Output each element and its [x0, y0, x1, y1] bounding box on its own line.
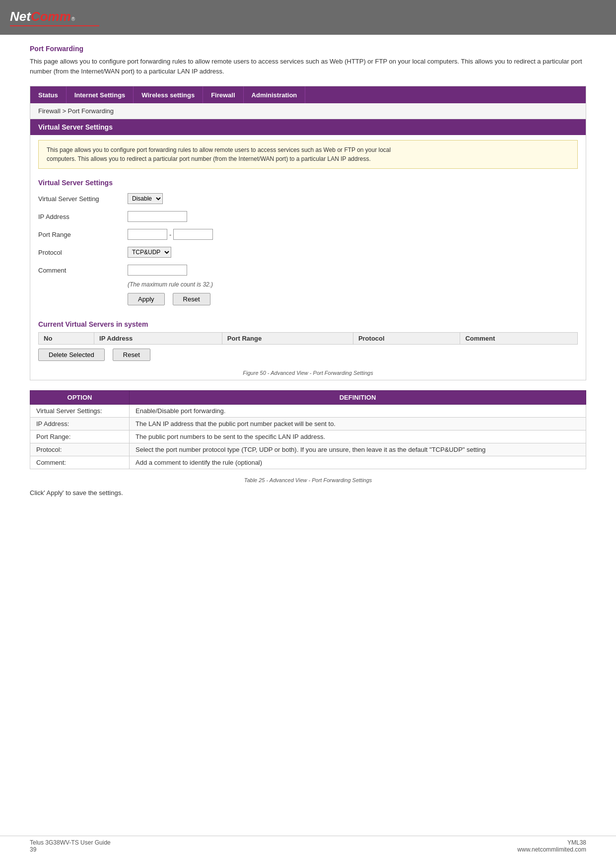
router-nav: Status Internet Settings Wireless settin…	[30, 86, 586, 103]
col-no: No	[39, 333, 94, 345]
footer-website: www.netcommlimited.com	[517, 846, 586, 853]
servers-table-header: No IP Address Port Range Protocol Commen…	[39, 333, 578, 345]
footer-guide: Telus 3G38WV-TS User Guide	[30, 839, 111, 846]
logo-net: Net	[10, 9, 31, 24]
breadcrumb-text: Firewall > Port Forwarding	[38, 107, 114, 115]
options-table-row: Protocol:Select the port number protocol…	[30, 443, 586, 456]
figure-caption: Figure 50 - Advanced View - Port Forward…	[30, 370, 586, 376]
info-box: This page allows you to configure port f…	[38, 140, 578, 169]
page-title: Port Forwarding	[30, 45, 586, 53]
footer: Telus 3G38WV-TS User Guide 39 YML38 www.…	[0, 836, 616, 856]
delete-selected-button[interactable]: Delete Selected	[38, 349, 105, 361]
options-table-row: IP Address:The LAN IP address that the p…	[30, 418, 586, 430]
comment-row: Comment	[38, 263, 578, 277]
router-nav-internet[interactable]: Internet Settings	[67, 86, 134, 103]
port-range-container: -	[128, 229, 213, 240]
port-range-from-input[interactable]	[128, 229, 167, 240]
router-nav-status[interactable]: Status	[30, 86, 67, 103]
ip-address-input[interactable]	[128, 211, 187, 222]
logo-comm: Comm	[31, 9, 71, 24]
port-range-row: Port Range -	[38, 227, 578, 241]
options-table-body: Virtual Server Settings:Enable/Disable p…	[30, 405, 586, 469]
breadcrumb: Firewall > Port Forwarding	[30, 103, 586, 119]
definition-cell: Enable/Disable port forwarding.	[130, 405, 586, 418]
port-range-dash: -	[169, 231, 171, 238]
col-ip: IP Address	[94, 333, 222, 345]
option-cell: Virtual Server Settings:	[30, 405, 130, 418]
form-section: Virtual Server Settings Virtual Server S…	[30, 174, 586, 315]
definition-cell: Select the port number protocol type (TC…	[130, 443, 586, 456]
info-line1: This page allows you to configure port f…	[47, 146, 391, 153]
router-nav-wireless[interactable]: Wireless settings	[134, 86, 203, 103]
router-nav-firewall[interactable]: Firewall	[203, 86, 243, 103]
options-table-row: Port Range:The public port numbers to be…	[30, 430, 586, 443]
comment-label: Comment	[38, 267, 128, 274]
port-range-to-input[interactable]	[173, 229, 213, 240]
info-line2: computers. This allows you to redirect a…	[47, 155, 371, 162]
form-button-row: Apply Reset	[128, 293, 578, 305]
header: NetComm®	[0, 0, 616, 35]
page-description: This page allows you to configure port f…	[30, 57, 586, 76]
options-col-definition: DEFINITION	[130, 391, 586, 405]
options-table: OPTION DEFINITION Virtual Server Setting…	[30, 390, 586, 469]
ip-address-label: IP Address	[38, 213, 128, 220]
form-section-title: Virtual Server Settings	[38, 179, 578, 187]
current-servers-section: Current Virtual Servers in system No IP …	[30, 315, 586, 366]
footer-version: YML38	[517, 839, 586, 846]
virtual-server-setting-row: Virtual Server Setting Disable Enable	[38, 192, 578, 206]
option-cell: IP Address:	[30, 418, 130, 430]
logo-registered: ®	[71, 16, 75, 22]
option-cell: Port Range:	[30, 430, 130, 443]
options-table-row: Comment:Add a comment to identify the ru…	[30, 456, 586, 469]
option-cell: Comment:	[30, 456, 130, 469]
footer-page: 39	[30, 846, 111, 853]
current-servers-title: Current Virtual Servers in system	[38, 320, 578, 328]
servers-table: No IP Address Port Range Protocol Commen…	[38, 332, 578, 345]
main-content: Port Forwarding This page allows you to …	[0, 35, 616, 516]
section-header: Virtual Server Settings	[30, 119, 586, 135]
options-table-header: OPTION DEFINITION	[30, 391, 586, 405]
options-col-option: OPTION	[30, 391, 130, 405]
col-comment: Comment	[460, 333, 578, 345]
reset-button[interactable]: Reset	[173, 293, 210, 305]
logo: NetComm®	[10, 9, 99, 24]
comment-input[interactable]	[128, 265, 187, 276]
definition-cell: The LAN IP address that the public port …	[130, 418, 586, 430]
logo-underline	[10, 25, 99, 26]
ip-address-row: IP Address	[38, 210, 578, 223]
table-btn-row: Delete Selected Reset	[38, 349, 578, 361]
footer-right: YML38 www.netcommlimited.com	[517, 839, 586, 853]
protocol-label: Protocol	[38, 249, 128, 256]
definition-cell: Add a comment to identify the rule (opti…	[130, 456, 586, 469]
definition-cell: The public port numbers to be sent to th…	[130, 430, 586, 443]
col-protocol: Protocol	[353, 333, 460, 345]
col-port-range: Port Range	[222, 333, 353, 345]
apply-button[interactable]: Apply	[128, 293, 165, 305]
option-cell: Protocol:	[30, 443, 130, 456]
router-nav-administration[interactable]: Administration	[244, 86, 306, 103]
options-table-row: Virtual Server Settings:Enable/Disable p…	[30, 405, 586, 418]
virtual-server-setting-label: Virtual Server Setting	[38, 195, 128, 203]
table-reset-button[interactable]: Reset	[113, 349, 150, 361]
table-caption: Table 25 - Advanced View - Port Forwardi…	[30, 477, 586, 483]
router-ui-box: Status Internet Settings Wireless settin…	[30, 86, 586, 380]
protocol-row: Protocol TCP&UDP TCP UDP	[38, 245, 578, 259]
click-note: Click' Apply' to save the settings.	[30, 489, 586, 497]
logo-wrapper: NetComm®	[10, 9, 99, 26]
virtual-server-setting-select[interactable]: Disable Enable	[128, 193, 163, 204]
port-range-label: Port Range	[38, 231, 128, 238]
protocol-select[interactable]: TCP&UDP TCP UDP	[128, 247, 171, 258]
max-rule-note: (The maximum rule count is 32.)	[128, 281, 578, 288]
footer-left: Telus 3G38WV-TS User Guide 39	[30, 839, 111, 853]
